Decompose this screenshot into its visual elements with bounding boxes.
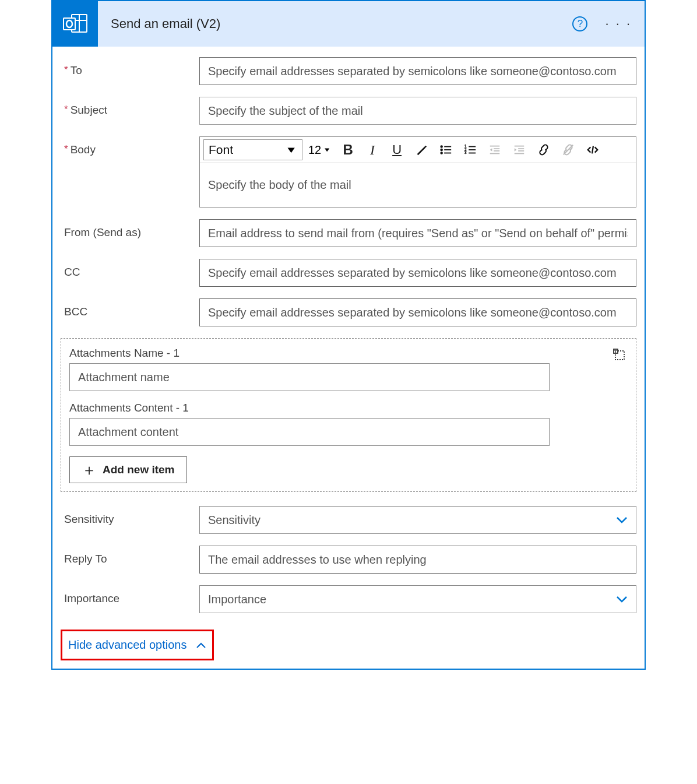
svg-line-25 (564, 145, 573, 155)
add-new-item-label: Add new item (103, 463, 175, 476)
subject-input[interactable] (199, 97, 636, 125)
sensitivity-select[interactable]: Sensitivity (199, 506, 636, 534)
label-importance: Importance (61, 585, 199, 605)
label-to: To (61, 57, 199, 77)
numbered-list-button[interactable]: 123 (459, 139, 481, 160)
sensitivity-value: Sensitivity (208, 514, 261, 527)
body-input[interactable]: Specify the body of the mail (200, 163, 636, 207)
link-button[interactable] (533, 139, 555, 160)
svg-point-7 (441, 149, 442, 151)
help-icon[interactable]: ? (572, 16, 587, 31)
color-picker-button[interactable] (410, 139, 432, 160)
hide-advanced-options-label: Hide advanced options (68, 638, 186, 652)
bold-button[interactable]: B (337, 139, 359, 160)
svg-text:3: 3 (464, 150, 467, 154)
caret-down-icon: ▼ (285, 145, 297, 155)
svg-line-26 (592, 146, 593, 154)
font-size-label: 12 (308, 143, 321, 157)
card-header: Send an email (V2) ? · · · (52, 1, 645, 47)
bulleted-list-button[interactable] (435, 139, 457, 160)
label-bcc: BCC (61, 298, 199, 318)
from-input[interactable] (199, 219, 636, 247)
row-from: From (Send as) (61, 219, 636, 247)
underline-button[interactable]: U (386, 139, 408, 160)
font-size-picker[interactable]: 12 ▼ (305, 139, 335, 160)
chevron-down-icon (616, 593, 628, 606)
hide-advanced-options-button[interactable]: Hide advanced options (64, 632, 211, 658)
cc-input[interactable] (199, 259, 636, 287)
label-from: From (Send as) (61, 219, 199, 239)
attachment-name-input[interactable] (69, 363, 550, 391)
indent-button[interactable] (508, 139, 530, 160)
add-new-item-button[interactable]: ＋ Add new item (69, 456, 187, 483)
row-bcc: BCC (61, 298, 636, 326)
label-sensitivity: Sensitivity (61, 506, 199, 526)
row-to: To (61, 57, 636, 85)
outdent-button[interactable] (484, 139, 506, 160)
row-cc: CC (61, 259, 636, 287)
label-cc: CC (61, 259, 199, 279)
header-actions: ? · · · (572, 16, 645, 31)
card-body: To Subject Body Font ▼ (52, 47, 645, 669)
importance-value: Importance (208, 593, 266, 606)
advanced-options-highlight: Hide advanced options (61, 630, 214, 660)
label-body: Body (61, 136, 199, 156)
attachment-content-input[interactable] (69, 418, 550, 446)
code-view-button[interactable] (582, 139, 604, 160)
font-picker-label: Font (209, 143, 233, 157)
card-title: Send an email (V2) (98, 16, 572, 31)
row-replyto: Reply To (61, 546, 636, 574)
rte-toolbar: Font ▼ 12 ▼ B I U (200, 137, 636, 163)
plus-icon: ＋ (82, 462, 97, 477)
row-sensitivity: Sensitivity Sensitivity (61, 506, 636, 534)
importance-select[interactable]: Importance (199, 585, 636, 613)
attachment-name-label: Attachments Name - 1 (69, 347, 628, 360)
row-importance: Importance Importance (61, 585, 636, 613)
action-card: Send an email (V2) ? · · · To Subject Bo… (51, 0, 646, 670)
font-picker[interactable]: Font ▼ (203, 139, 302, 160)
replyto-input[interactable] (199, 546, 636, 574)
attachments-section: T Attachments Name - 1 Attachments Conte… (61, 338, 636, 492)
caret-down-icon: ▼ (323, 146, 331, 153)
chevron-down-icon (616, 514, 628, 526)
row-body: Body Font ▼ 12 ▼ B I U (61, 136, 636, 208)
row-subject: Subject (61, 97, 636, 125)
svg-text:T: T (614, 349, 617, 354)
more-menu-icon[interactable]: · · · (605, 16, 632, 31)
to-input[interactable] (199, 57, 636, 85)
label-subject: Subject (61, 97, 199, 117)
rich-text-editor: Font ▼ 12 ▼ B I U (199, 136, 636, 208)
array-mode-toggle-icon[interactable]: T (612, 348, 626, 364)
unlink-button[interactable] (557, 139, 579, 160)
chevron-up-icon (196, 638, 206, 652)
label-replyto: Reply To (61, 546, 199, 565)
bcc-input[interactable] (199, 298, 636, 326)
svg-point-9 (441, 152, 442, 154)
svg-point-5 (441, 146, 442, 147)
outlook-icon (52, 1, 98, 47)
attachment-content-label: Attachments Content - 1 (69, 402, 628, 414)
italic-button[interactable]: I (361, 139, 383, 160)
